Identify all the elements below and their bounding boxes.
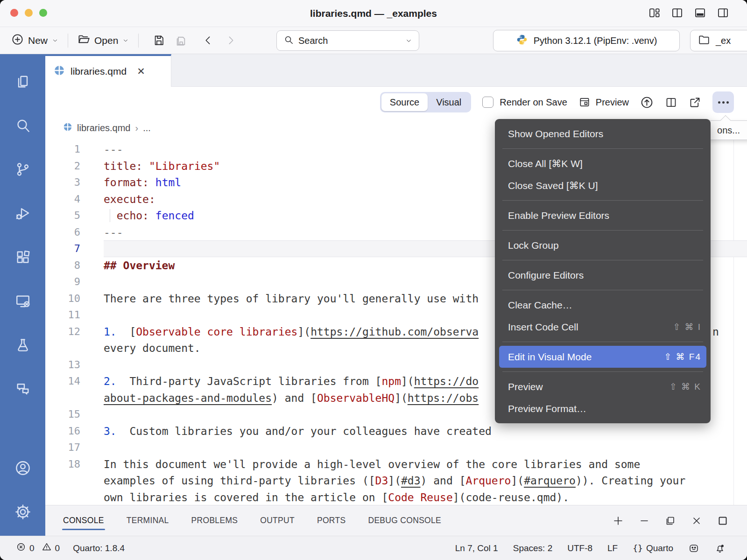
menu-item[interactable]: Show Opened Editors xyxy=(495,123,711,145)
interpreter-selector[interactable]: Python 3.12.1 (PipEnv: .venv) xyxy=(493,30,680,51)
save-all-icon[interactable] xyxy=(175,34,187,47)
explorer-icon[interactable] xyxy=(1,60,45,104)
line-number: 9 xyxy=(45,273,80,290)
menu-item[interactable]: Preview⇧ ⌘ K xyxy=(495,376,711,398)
line-number: 8 xyxy=(45,257,80,274)
code-line[interactable]: examples of using third-party libraries … xyxy=(45,472,747,489)
save-icon[interactable] xyxy=(153,34,165,47)
render-on-save-label: Render on Save xyxy=(500,97,567,108)
menu-item[interactable]: Edit in Visual Mode⇧ ⌘ F4 xyxy=(499,346,706,368)
breadcrumb-file[interactable]: libraries.qmd xyxy=(77,123,130,133)
tab-close-icon[interactable]: ✕ xyxy=(137,66,145,77)
window-title: libraries.qmd — _examples xyxy=(0,8,747,19)
error-count: 0 xyxy=(29,543,35,553)
plus-circle-icon xyxy=(11,33,24,48)
new-console-plus-icon[interactable] xyxy=(613,515,624,526)
navigate-back-icon[interactable] xyxy=(202,35,214,46)
run-debug-icon[interactable] xyxy=(1,191,45,235)
tab-label: libraries.qmd xyxy=(70,66,127,77)
panel-tab-terminal[interactable]: TERMINAL xyxy=(126,512,170,529)
toggle-panel-icon[interactable] xyxy=(694,7,706,19)
visual-mode-button[interactable]: Visual xyxy=(428,93,470,111)
split-editor-icon[interactable] xyxy=(665,96,677,109)
maximize-panel-icon[interactable] xyxy=(717,515,728,526)
panel-tab-output[interactable]: OUTPUT xyxy=(259,512,296,529)
navigate-forward-icon[interactable] xyxy=(225,35,237,46)
notifications-bell-icon[interactable] xyxy=(714,543,726,554)
menu-divider xyxy=(502,260,703,260)
menu-divider xyxy=(502,200,703,201)
render-on-save-checkbox[interactable] xyxy=(482,97,493,108)
main-toolbar: New Open Search Python 3.12.1 (PipEnv: .… xyxy=(0,27,747,54)
menu-item[interactable]: Lock Group xyxy=(495,234,711,256)
problems-status[interactable]: 0 0 xyxy=(16,542,60,554)
minimize-panel-icon[interactable] xyxy=(639,515,650,526)
panel-tab-problems[interactable]: PROBLEMS xyxy=(190,512,239,529)
quarto-version-status[interactable]: Quarto: 1.8.4 xyxy=(73,543,125,553)
chevron-down-icon xyxy=(122,37,129,44)
project-label: _ex xyxy=(716,35,731,46)
more-actions-button[interactable] xyxy=(712,91,734,113)
menu-item[interactable]: Insert Code Cell⇧ ⌘ I xyxy=(495,316,711,338)
code-line[interactable]: 163. Custom libraries you and/or your co… xyxy=(45,423,747,440)
open-button[interactable]: Open xyxy=(78,33,129,48)
new-label: New xyxy=(28,35,48,46)
split-editor-layout-icon[interactable] xyxy=(671,7,684,19)
tab-libraries-qmd[interactable]: libraries.qmd ✕ xyxy=(45,54,171,87)
new-button[interactable]: New xyxy=(11,33,58,48)
minimize-window-button[interactable] xyxy=(25,9,33,17)
render-document-icon[interactable] xyxy=(640,96,654,109)
editor-context-menu: Show Opened EditorsClose All [⌘K W]Close… xyxy=(495,119,711,423)
menu-item[interactable]: Clear Cache… xyxy=(495,294,711,316)
close-panel-icon[interactable] xyxy=(691,515,702,526)
eol-status[interactable]: LF xyxy=(607,543,618,553)
line-number: 14 xyxy=(45,373,80,390)
encoding-status[interactable]: UTF-8 xyxy=(567,543,592,553)
source-control-icon[interactable] xyxy=(1,147,45,191)
code-line[interactable]: 17 xyxy=(45,439,747,456)
code-line[interactable]: 18In this document we'll provide a high-… xyxy=(45,456,747,473)
settings-gear-icon[interactable] xyxy=(1,490,45,534)
menu-divider xyxy=(502,371,703,372)
menu-item[interactable]: Close Saved [⌘K U] xyxy=(495,175,711,196)
panel-tab-console[interactable]: CONSOLE xyxy=(62,512,105,529)
open-in-new-window-icon[interactable] xyxy=(689,96,701,109)
menu-divider xyxy=(502,148,703,149)
menu-item[interactable]: Configure Editors xyxy=(495,264,711,286)
status-bar: 0 0 Quarto: 1.8.4 Ln 7, Col 1 Spaces: 2 … xyxy=(0,536,747,560)
customize-layout-icon[interactable] xyxy=(648,7,661,19)
preview-layout-icon xyxy=(578,96,591,108)
chevron-down-icon xyxy=(52,37,58,44)
close-window-button[interactable] xyxy=(10,9,18,17)
menu-item[interactable]: Close All [⌘K W] xyxy=(495,153,711,175)
breadcrumb-ellipsis[interactable]: ... xyxy=(143,123,151,133)
breadcrumb-chevron-icon: › xyxy=(135,123,138,133)
chat-icon[interactable] xyxy=(1,367,45,411)
toggle-secondary-sidebar-icon[interactable] xyxy=(717,7,729,19)
code-line[interactable]: own libraries is covered in the article … xyxy=(45,489,747,505)
quarto-file-icon xyxy=(54,65,65,78)
menu-item[interactable]: Preview Format… xyxy=(495,398,711,420)
feedback-smiley-icon[interactable] xyxy=(688,543,699,554)
menu-divider xyxy=(502,342,703,342)
chevron-down-icon xyxy=(405,37,412,44)
language-mode-status[interactable]: {} Quarto xyxy=(633,543,673,553)
menu-item[interactable]: Enable Preview Editors xyxy=(495,204,711,226)
testing-icon[interactable] xyxy=(1,323,45,367)
indentation-status[interactable]: Spaces: 2 xyxy=(513,543,553,553)
line-number: 7 xyxy=(45,240,80,257)
preview-button[interactable]: Preview xyxy=(578,96,629,108)
zoom-window-button[interactable] xyxy=(39,9,47,17)
search-sidebar-icon[interactable] xyxy=(1,104,45,147)
search-input[interactable]: Search xyxy=(276,30,419,51)
panel-tab-debug-console[interactable]: DEBUG CONSOLE xyxy=(367,512,442,529)
source-mode-button[interactable]: Source xyxy=(381,93,428,111)
extensions-icon[interactable] xyxy=(1,235,45,279)
panel-tab-ports[interactable]: PORTS xyxy=(316,512,346,529)
restore-panel-icon[interactable] xyxy=(665,515,676,526)
remote-explorer-icon[interactable] xyxy=(1,279,45,323)
line-number: 2 xyxy=(45,158,80,175)
account-icon[interactable] xyxy=(1,446,45,490)
project-selector[interactable]: _ex xyxy=(690,30,747,51)
cursor-position-status[interactable]: Ln 7, Col 1 xyxy=(455,543,498,553)
